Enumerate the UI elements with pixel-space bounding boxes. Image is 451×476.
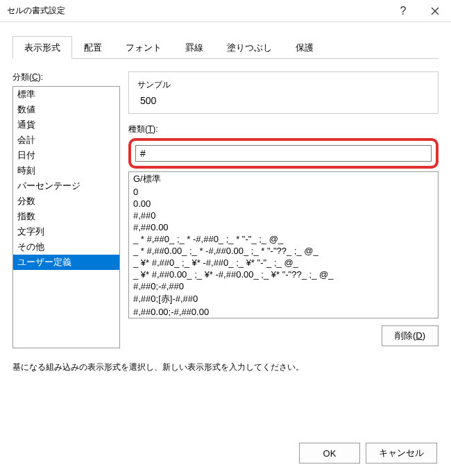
category-item[interactable]: 標準 (13, 87, 119, 102)
titlebar-controls: ? (387, 0, 451, 22)
format-item[interactable]: G/標準 (129, 172, 438, 186)
sample-label: サンプル (137, 79, 429, 91)
close-icon (431, 7, 439, 15)
format-item[interactable]: _ * #,##0.00_ ;_ * -#,##0.00_ ;_ * "-"??… (129, 245, 438, 257)
type-input[interactable] (135, 145, 432, 162)
ok-button[interactable]: OK (299, 443, 360, 464)
format-item[interactable]: #,##0;[赤]-#,##0 (129, 292, 438, 306)
category-item[interactable]: 数値 (13, 102, 119, 117)
format-item[interactable]: #,##0;-#,##0 (129, 280, 438, 292)
tab-item[interactable]: 表示形式 (12, 36, 72, 59)
delete-button[interactable]: 削除(D) (382, 325, 439, 346)
format-item[interactable]: _ ¥* #,##0_ ;_ ¥* -#,##0_ ;_ ¥* "-"_ ;_ … (129, 257, 438, 269)
cancel-button[interactable]: キャンセル (366, 443, 437, 464)
category-item[interactable]: 文字列 (13, 224, 119, 239)
tab-item[interactable]: 塗りつぶし (215, 36, 284, 58)
help-button[interactable]: ? (387, 0, 419, 22)
format-item[interactable]: 0 (129, 186, 438, 198)
category-column: 分類(C): 標準数値通貨会計日付時刻パーセンテージ分数指数文字列その他ユーザー… (12, 71, 120, 349)
format-item[interactable]: _ * #,##0_ ;_ * -#,##0_ ;_ * "-"_ ;_ @_ (129, 233, 438, 245)
format-item[interactable]: 0.00 (129, 198, 438, 210)
format-item[interactable]: #,##0.00 (129, 221, 438, 233)
category-item[interactable]: 日付 (13, 148, 119, 163)
tab-item[interactable]: 保護 (284, 36, 325, 58)
format-item[interactable]: #,##0.00;-#,##0.00 (129, 306, 438, 318)
dialog-title: セルの書式設定 (7, 5, 65, 17)
dialog-content: 表示形式配置フォント罫線塗りつぶし保護 分類(C): 標準数値通貨会計日付時刻パ… (0, 22, 451, 383)
category-item[interactable]: 通貨 (13, 117, 119, 133)
category-item[interactable]: パーセンテージ (13, 178, 119, 194)
sample-box: サンプル 500 (128, 71, 439, 114)
footer-buttons: OK キャンセル (299, 443, 437, 464)
tab-item[interactable]: フォント (114, 36, 173, 58)
tab-item[interactable]: 罫線 (173, 36, 215, 58)
category-item[interactable]: 分数 (13, 194, 119, 209)
question-icon: ? (400, 5, 407, 17)
category-item[interactable]: 時刻 (13, 163, 119, 178)
format-item[interactable]: _ ¥* #,##0.00_ ;_ ¥* -#,##0.00_ ;_ ¥* "-… (129, 269, 438, 280)
type-label: 種類(T): (128, 124, 439, 135)
delete-row: 削除(D) (128, 325, 439, 346)
titlebar: セルの書式設定 ? (0, 0, 451, 22)
category-item[interactable]: その他 (13, 239, 119, 255)
main-area: 分類(C): 標準数値通貨会計日付時刻パーセンテージ分数指数文字列その他ユーザー… (12, 71, 439, 349)
type-input-highlight (128, 138, 439, 169)
sample-value: 500 (137, 95, 429, 106)
tab-item[interactable]: 配置 (72, 36, 114, 58)
category-listbox[interactable]: 標準数値通貨会計日付時刻パーセンテージ分数指数文字列その他ユーザー定義 (12, 86, 120, 348)
category-item[interactable]: 会計 (13, 133, 119, 148)
category-item[interactable]: 指数 (13, 209, 119, 224)
hint-text: 基になる組み込みの表示形式を選択し、新しい表示形式を入力してください。 (12, 362, 439, 373)
right-column: サンプル 500 種類(T): G/標準00.00#,##0#,##0.00_ … (128, 71, 439, 349)
tabs: 表示形式配置フォント罫線塗りつぶし保護 (12, 36, 439, 59)
category-label: 分類(C): (12, 71, 120, 83)
close-button[interactable] (419, 0, 451, 22)
format-item[interactable]: #,##0 (129, 210, 438, 221)
category-item[interactable]: ユーザー定義 (13, 255, 119, 270)
format-listbox[interactable]: G/標準00.00#,##0#,##0.00_ * #,##0_ ;_ * -#… (128, 171, 439, 318)
